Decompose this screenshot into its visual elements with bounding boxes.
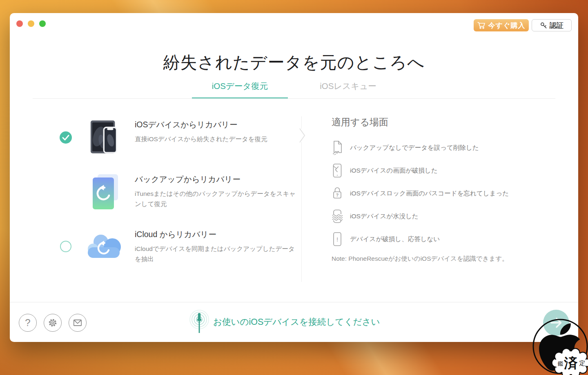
scenario-row: ! デバイスが破損し、応答しない (332, 232, 528, 246)
ios-devices-image (90, 120, 118, 154)
radio-checked-icon[interactable] (60, 131, 72, 144)
tab-ios-data-recovery[interactable]: iOSデータ復元 (192, 81, 288, 98)
svg-text:!: ! (336, 236, 338, 243)
option-title: iOSデバイスからリカバリー (135, 119, 296, 130)
next-button[interactable] (543, 310, 569, 336)
phonerescue-window: 今すぐ購入 認証 紛失されたデータを元のところへ iOSデータ復元 iOSレスキ… (10, 13, 578, 342)
close-window-button[interactable] (16, 20, 23, 27)
tab-ios-rescue[interactable]: iOSレスキュー (300, 81, 396, 98)
page-title: 紛失されたデータを元のところへ (10, 51, 578, 74)
svg-text:?: ? (336, 193, 339, 197)
backup-restore-icon (93, 174, 119, 209)
broken-screen-icon (332, 163, 343, 178)
arrow-right-icon (543, 310, 569, 336)
key-icon (540, 22, 548, 29)
zoom-window-button[interactable] (39, 20, 46, 27)
connect-status: お使いのiOSデバイスを接続してください (187, 308, 380, 335)
activate-button[interactable]: 認証 (532, 19, 572, 31)
water-damage-icon (332, 209, 343, 224)
desktop: { "titlebar": { "buy_button": "今すぐ購入", "… (0, 0, 588, 375)
scenario-text: iOSデバイスが水没した (350, 212, 419, 221)
radio-unchecked-icon[interactable] (60, 241, 71, 252)
selected-option-pointer-icon (298, 127, 306, 144)
help-button[interactable]: ? (19, 314, 37, 332)
option-description: iCloudでデバイスを同期またはバックアップしたデータを抽出 (135, 244, 296, 264)
scenario-text: iOSデバイスの画面が破損した (350, 166, 438, 175)
question-mark-icon: ? (25, 317, 30, 328)
mail-icon (72, 317, 83, 328)
connect-device-icon (187, 308, 212, 335)
device-unresponsive-icon: ! (332, 232, 343, 246)
minimize-window-button[interactable] (28, 20, 34, 27)
scenario-row: iOSデバイスが水没した (332, 209, 528, 224)
option-recover-from-device[interactable]: iOSデバイスからリカバリー 直接iOSデバイスから紛失されたデータを復元 (135, 119, 296, 144)
scenario-row: iOSデバイスの画面が破損した (332, 163, 528, 178)
forgot-passcode-icon: ? (332, 186, 343, 201)
scenario-panel: 適用する場面 バックアップなしでデータを誤って削除した (332, 116, 528, 263)
option-recover-from-icloud[interactable]: iCloud からリカバリー iCloudでデバイスを同期またはバックアップした… (135, 229, 296, 264)
footer-divider (10, 302, 578, 302)
scenario-text: デバイスが破損し、応答しない (350, 235, 440, 244)
mode-tabs: iOSデータ復元 iOSレスキュー (10, 81, 578, 98)
scenario-header: 適用する場面 (332, 116, 528, 129)
feedback-button[interactable] (69, 314, 87, 332)
cart-icon (477, 22, 486, 29)
option-title: バックアップからリカバリー (135, 174, 296, 185)
option-recover-from-backup[interactable]: バックアップからリカバリー iTunesまたはその他のバックアップからデータをス… (135, 174, 296, 209)
buy-now-button[interactable]: 今すぐ購入 (474, 19, 529, 31)
scenario-text: バックアップなしでデータを誤って削除した (350, 144, 479, 152)
activate-label: 認証 (550, 21, 564, 30)
option-description: 直接iOSデバイスから紛失されたデータを復元 (135, 134, 296, 144)
gear-icon (47, 317, 58, 328)
scenario-row: バックアップなしでデータを誤って削除した (332, 140, 528, 155)
option-description: iTunesまたはその他のバックアップからデータをスキャンして復元 (135, 189, 296, 209)
settings-button[interactable] (44, 314, 62, 332)
connect-message: お使いのiOSデバイスを接続してください (213, 308, 380, 335)
tabs-divider (33, 98, 555, 99)
scenario-row: ? iOSデバイスロック画面のパスコードを忘れてしまった (332, 186, 528, 201)
buy-now-label: 今すぐ購入 (488, 21, 526, 30)
icloud-restore-icon (85, 232, 125, 259)
data-deleted-icon (332, 140, 343, 155)
window-controls (16, 20, 46, 27)
option-title: iCloud からリカバリー (135, 229, 296, 240)
scenario-note: Note: PhoneRescueがお使いのiOSデバイスを認識できます。 (332, 255, 528, 263)
scenario-text: iOSデバイスロック画面のパスコードを忘れてしまった (350, 189, 509, 198)
